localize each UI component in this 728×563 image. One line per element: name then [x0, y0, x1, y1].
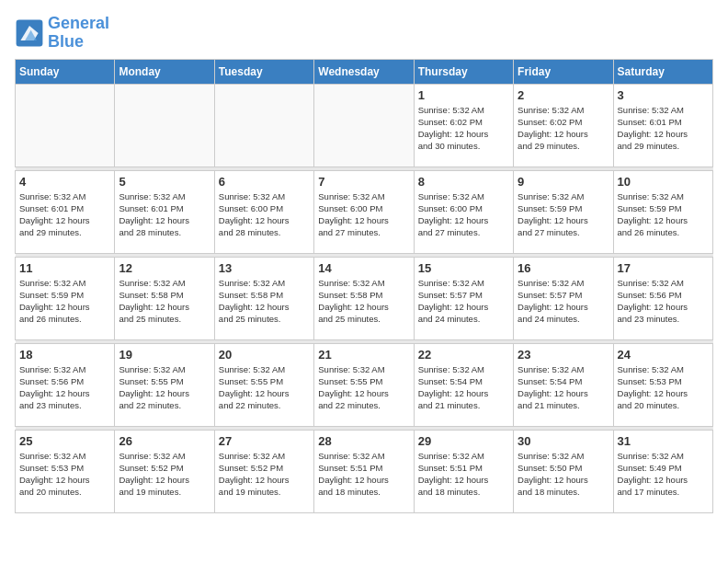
day-number: 12	[119, 261, 210, 275]
calendar-cell: 24Sunrise: 5:32 AM Sunset: 5:53 PM Dayli…	[613, 343, 712, 426]
day-number: 14	[318, 261, 409, 275]
day-number: 17	[618, 261, 709, 275]
day-number: 31	[618, 434, 709, 448]
logo-icon	[15, 18, 44, 48]
day-number: 24	[618, 348, 709, 362]
day-number: 13	[219, 261, 310, 275]
calendar-week-row: 1Sunrise: 5:32 AM Sunset: 6:02 PM Daylig…	[16, 84, 713, 167]
calendar-cell	[115, 84, 214, 167]
day-number: 8	[418, 175, 509, 189]
day-number: 15	[418, 261, 509, 275]
calendar-cell: 11Sunrise: 5:32 AM Sunset: 5:59 PM Dayli…	[16, 257, 115, 339]
calendar-cell: 16Sunrise: 5:32 AM Sunset: 5:57 PM Dayli…	[514, 257, 613, 339]
day-info: Sunrise: 5:32 AM Sunset: 5:55 PM Dayligh…	[119, 363, 210, 412]
day-number: 1	[418, 88, 509, 102]
day-number: 11	[19, 261, 110, 275]
day-info: Sunrise: 5:32 AM Sunset: 5:51 PM Dayligh…	[318, 450, 409, 499]
day-info: Sunrise: 5:32 AM Sunset: 5:58 PM Dayligh…	[119, 277, 210, 326]
calendar-week-row: 18Sunrise: 5:32 AM Sunset: 5:56 PM Dayli…	[16, 343, 713, 426]
calendar-cell: 5Sunrise: 5:32 AM Sunset: 6:01 PM Daylig…	[115, 170, 214, 253]
day-info: Sunrise: 5:32 AM Sunset: 5:49 PM Dayligh…	[618, 450, 709, 499]
weekday-header-wednesday: Wednesday	[314, 59, 414, 84]
day-number: 23	[518, 348, 609, 362]
calendar-cell: 29Sunrise: 5:32 AM Sunset: 5:51 PM Dayli…	[414, 430, 513, 512]
calendar-week-row: 11Sunrise: 5:32 AM Sunset: 5:59 PM Dayli…	[16, 257, 713, 339]
weekday-header-friday: Friday	[514, 59, 613, 84]
day-number: 21	[318, 348, 409, 362]
calendar-cell: 17Sunrise: 5:32 AM Sunset: 5:56 PM Dayli…	[613, 257, 712, 339]
day-number: 22	[418, 348, 509, 362]
calendar-cell: 18Sunrise: 5:32 AM Sunset: 5:56 PM Dayli…	[16, 343, 115, 426]
weekday-header-tuesday: Tuesday	[214, 59, 313, 84]
calendar-header-row: SundayMondayTuesdayWednesdayThursdayFrid…	[16, 59, 713, 84]
day-number: 25	[19, 434, 110, 448]
calendar-cell: 8Sunrise: 5:32 AM Sunset: 6:00 PM Daylig…	[414, 170, 513, 253]
logo-text: General Blue	[48, 15, 109, 52]
calendar-cell: 6Sunrise: 5:32 AM Sunset: 6:00 PM Daylig…	[214, 170, 313, 253]
calendar-cell	[16, 84, 115, 167]
calendar-cell: 30Sunrise: 5:32 AM Sunset: 5:50 PM Dayli…	[514, 430, 613, 512]
weekday-header-monday: Monday	[115, 59, 214, 84]
day-info: Sunrise: 5:32 AM Sunset: 5:54 PM Dayligh…	[518, 363, 609, 412]
day-number: 19	[119, 348, 210, 362]
day-number: 29	[418, 434, 509, 448]
day-info: Sunrise: 5:32 AM Sunset: 5:55 PM Dayligh…	[219, 363, 310, 412]
day-info: Sunrise: 5:32 AM Sunset: 6:00 PM Dayligh…	[318, 190, 409, 239]
calendar-week-row: 4Sunrise: 5:32 AM Sunset: 6:01 PM Daylig…	[16, 170, 713, 253]
calendar-cell	[314, 84, 414, 167]
calendar-cell: 3Sunrise: 5:32 AM Sunset: 6:01 PM Daylig…	[613, 84, 712, 167]
day-info: Sunrise: 5:32 AM Sunset: 5:52 PM Dayligh…	[219, 450, 310, 499]
calendar-cell: 13Sunrise: 5:32 AM Sunset: 5:58 PM Dayli…	[214, 257, 313, 339]
calendar-cell: 14Sunrise: 5:32 AM Sunset: 5:58 PM Dayli…	[314, 257, 414, 339]
day-info: Sunrise: 5:32 AM Sunset: 5:51 PM Dayligh…	[418, 450, 509, 499]
day-number: 3	[618, 88, 709, 102]
day-info: Sunrise: 5:32 AM Sunset: 6:00 PM Dayligh…	[219, 190, 310, 239]
day-number: 10	[618, 175, 709, 189]
day-info: Sunrise: 5:32 AM Sunset: 5:59 PM Dayligh…	[618, 190, 709, 239]
day-info: Sunrise: 5:32 AM Sunset: 6:01 PM Dayligh…	[19, 190, 110, 239]
day-info: Sunrise: 5:32 AM Sunset: 5:59 PM Dayligh…	[19, 277, 110, 326]
day-number: 6	[219, 175, 310, 189]
day-number: 27	[219, 434, 310, 448]
calendar-table: SundayMondayTuesdayWednesdayThursdayFrid…	[15, 59, 713, 513]
calendar-cell: 22Sunrise: 5:32 AM Sunset: 5:54 PM Dayli…	[414, 343, 513, 426]
day-info: Sunrise: 5:32 AM Sunset: 5:58 PM Dayligh…	[318, 277, 409, 326]
day-info: Sunrise: 5:32 AM Sunset: 5:56 PM Dayligh…	[618, 277, 709, 326]
calendar-cell: 21Sunrise: 5:32 AM Sunset: 5:55 PM Dayli…	[314, 343, 414, 426]
calendar-cell: 7Sunrise: 5:32 AM Sunset: 6:00 PM Daylig…	[314, 170, 414, 253]
day-number: 2	[518, 88, 609, 102]
day-info: Sunrise: 5:32 AM Sunset: 5:54 PM Dayligh…	[418, 363, 509, 412]
day-info: Sunrise: 5:32 AM Sunset: 5:53 PM Dayligh…	[618, 363, 709, 412]
day-info: Sunrise: 5:32 AM Sunset: 5:58 PM Dayligh…	[219, 277, 310, 326]
calendar-cell: 20Sunrise: 5:32 AM Sunset: 5:55 PM Dayli…	[214, 343, 313, 426]
day-info: Sunrise: 5:32 AM Sunset: 5:50 PM Dayligh…	[518, 450, 609, 499]
day-info: Sunrise: 5:32 AM Sunset: 5:56 PM Dayligh…	[19, 363, 110, 412]
page-header: General Blue	[15, 15, 713, 52]
calendar-cell: 1Sunrise: 5:32 AM Sunset: 6:02 PM Daylig…	[414, 84, 513, 167]
day-info: Sunrise: 5:32 AM Sunset: 5:52 PM Dayligh…	[119, 450, 210, 499]
calendar-cell: 28Sunrise: 5:32 AM Sunset: 5:51 PM Dayli…	[314, 430, 414, 512]
calendar-cell: 10Sunrise: 5:32 AM Sunset: 5:59 PM Dayli…	[613, 170, 712, 253]
day-info: Sunrise: 5:32 AM Sunset: 6:01 PM Dayligh…	[119, 190, 210, 239]
calendar-cell	[214, 84, 313, 167]
calendar-cell: 15Sunrise: 5:32 AM Sunset: 5:57 PM Dayli…	[414, 257, 513, 339]
day-number: 16	[518, 261, 609, 275]
calendar-cell: 25Sunrise: 5:32 AM Sunset: 5:53 PM Dayli…	[16, 430, 115, 512]
day-info: Sunrise: 5:32 AM Sunset: 6:00 PM Dayligh…	[418, 190, 509, 239]
day-info: Sunrise: 5:32 AM Sunset: 6:02 PM Dayligh…	[418, 104, 509, 153]
calendar-cell: 31Sunrise: 5:32 AM Sunset: 5:49 PM Dayli…	[613, 430, 712, 512]
calendar-cell: 23Sunrise: 5:32 AM Sunset: 5:54 PM Dayli…	[514, 343, 613, 426]
day-info: Sunrise: 5:32 AM Sunset: 5:57 PM Dayligh…	[418, 277, 509, 326]
day-number: 30	[518, 434, 609, 448]
day-number: 18	[19, 348, 110, 362]
day-info: Sunrise: 5:32 AM Sunset: 5:55 PM Dayligh…	[318, 363, 409, 412]
day-number: 5	[119, 175, 210, 189]
calendar-cell: 4Sunrise: 5:32 AM Sunset: 6:01 PM Daylig…	[16, 170, 115, 253]
calendar-cell: 19Sunrise: 5:32 AM Sunset: 5:55 PM Dayli…	[115, 343, 214, 426]
calendar-cell: 26Sunrise: 5:32 AM Sunset: 5:52 PM Dayli…	[115, 430, 214, 512]
day-info: Sunrise: 5:32 AM Sunset: 6:02 PM Dayligh…	[518, 104, 609, 153]
calendar-week-row: 25Sunrise: 5:32 AM Sunset: 5:53 PM Dayli…	[16, 430, 713, 512]
day-info: Sunrise: 5:32 AM Sunset: 5:57 PM Dayligh…	[518, 277, 609, 326]
day-number: 9	[518, 175, 609, 189]
day-info: Sunrise: 5:32 AM Sunset: 5:59 PM Dayligh…	[518, 190, 609, 239]
